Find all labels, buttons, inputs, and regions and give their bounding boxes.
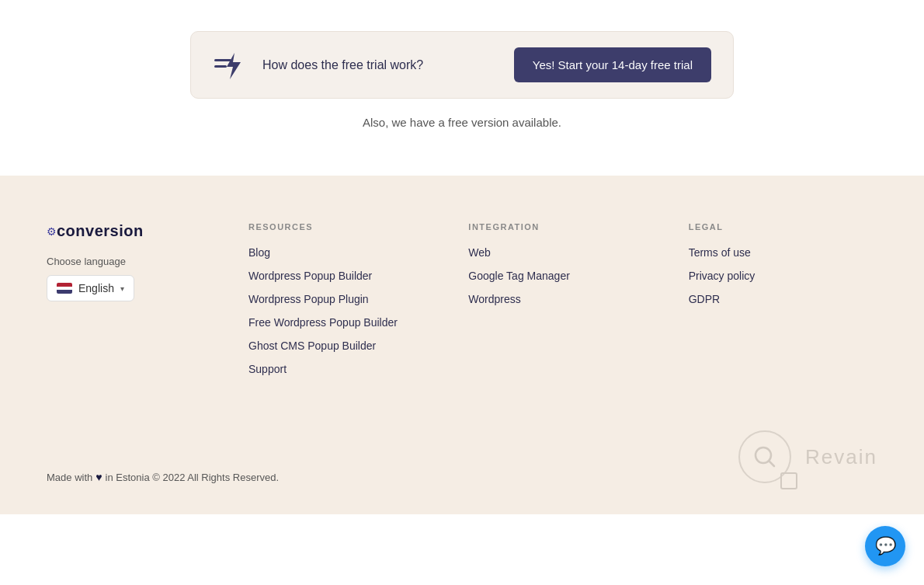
resources-links: Blog Wordpress Popup Builder Wordpress P…	[248, 245, 437, 376]
revain-widget: Revain	[738, 430, 877, 483]
wordpress-link[interactable]: Wordpress	[468, 293, 520, 305]
list-item: Terms of use	[689, 245, 877, 259]
integration-links: Web Google Tag Manager Wordpress	[468, 245, 657, 306]
copyright-suffix: in Estonia © 2022 All Rights Reserved.	[106, 472, 279, 483]
svg-rect-0	[214, 59, 231, 61]
blog-link[interactable]: Blog	[248, 246, 270, 259]
gear-icon: ⚙	[47, 225, 57, 238]
free-version-text: Also, we have a free version available.	[363, 116, 561, 129]
copyright-label: Made with	[47, 472, 92, 483]
footer-col-legal: LEGAL Terms of use Privacy policy GDPR	[689, 222, 877, 376]
brand-logo: ⚙ conversion	[47, 222, 217, 240]
heart-icon: ♥	[96, 471, 102, 483]
revain-q-icon	[751, 443, 779, 471]
list-item: GDPR	[689, 292, 877, 306]
svg-rect-1	[214, 65, 227, 68]
list-item: Free Wordpress Popup Builder	[248, 315, 437, 329]
footer-col-resources: RESOURCES Blog Wordpress Popup Builder W…	[248, 222, 437, 376]
list-item: Support	[248, 362, 437, 376]
list-item: Ghost CMS Popup Builder	[248, 339, 437, 353]
legal-title: LEGAL	[689, 222, 877, 232]
privacy-policy-link[interactable]: Privacy policy	[689, 270, 756, 282]
footer-bottom: Made with ♥ in Estonia © 2022 All Rights…	[47, 423, 877, 483]
terms-of-use-link[interactable]: Terms of use	[689, 246, 751, 259]
footer-top: ⚙ conversion Choose language English ▾ R…	[47, 222, 877, 376]
chevron-down-icon: ▾	[120, 284, 124, 293]
web-link[interactable]: Web	[468, 246, 491, 259]
brand-name: conversion	[57, 222, 144, 240]
lightning-icon	[213, 50, 244, 81]
cta-question: How does the free trial work?	[262, 58, 495, 72]
integration-title: INTEGRATION	[468, 222, 657, 232]
support-link[interactable]: Support	[248, 363, 287, 375]
cta-bar: How does the free trial work? Yes! Start…	[190, 31, 734, 99]
list-item: Web	[468, 245, 657, 259]
top-section: How does the free trial work? Yes! Start…	[0, 0, 924, 176]
ghost-cms-popup-builder-link[interactable]: Ghost CMS Popup Builder	[248, 340, 376, 352]
language-name: English	[78, 282, 114, 294]
wordpress-popup-builder-link[interactable]: Wordpress Popup Builder	[248, 270, 372, 282]
footer-brand: ⚙ conversion Choose language English ▾	[47, 222, 217, 376]
list-item: Wordpress Popup Plugin	[248, 292, 437, 306]
list-item: Wordpress Popup Builder	[248, 269, 437, 283]
us-flag-icon	[57, 283, 72, 294]
list-item: Google Tag Manager	[468, 269, 657, 283]
list-item: Wordpress	[468, 292, 657, 306]
svg-line-4	[769, 461, 774, 466]
copyright-text: Made with ♥ in Estonia © 2022 All Rights…	[47, 471, 279, 483]
start-trial-button[interactable]: Yes! Start your 14-day free trial	[514, 47, 711, 82]
revain-bracket-icon	[780, 472, 797, 489]
list-item: Privacy policy	[689, 269, 877, 283]
gdpr-link[interactable]: GDPR	[689, 293, 720, 305]
footer: ⚙ conversion Choose language English ▾ R…	[0, 176, 924, 514]
resources-title: RESOURCES	[248, 222, 437, 232]
svg-marker-2	[227, 53, 241, 79]
language-selector[interactable]: English ▾	[47, 275, 134, 301]
list-item: Blog	[248, 245, 437, 259]
footer-col-integration: INTEGRATION Web Google Tag Manager Wordp…	[468, 222, 657, 376]
revain-text: Revain	[805, 445, 877, 469]
google-tag-manager-link[interactable]: Google Tag Manager	[468, 270, 570, 282]
legal-links: Terms of use Privacy policy GDPR	[689, 245, 877, 306]
choose-language-label: Choose language	[47, 256, 217, 267]
wordpress-popup-plugin-link[interactable]: Wordpress Popup Plugin	[248, 293, 369, 305]
free-wordpress-popup-builder-link[interactable]: Free Wordpress Popup Builder	[248, 316, 398, 329]
